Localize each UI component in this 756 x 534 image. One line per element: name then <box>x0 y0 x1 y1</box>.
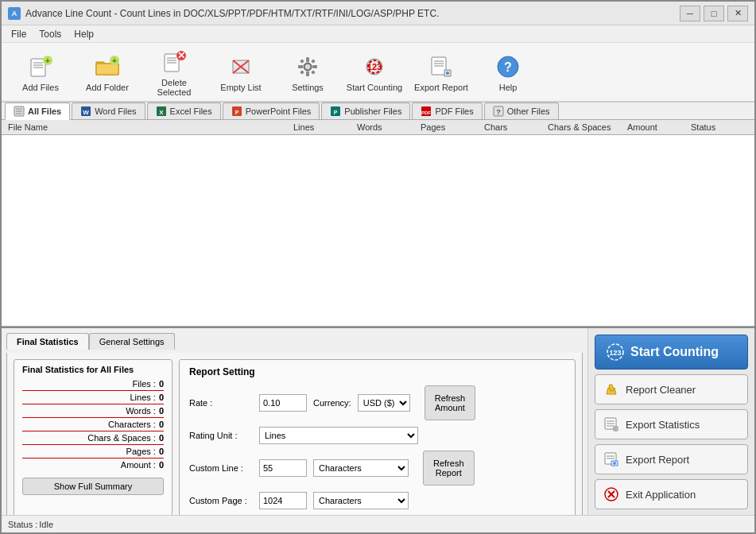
col-pages: Pages <box>417 122 481 132</box>
col-filename: File Name <box>5 122 290 132</box>
minimize-button[interactable]: ─ <box>680 6 700 21</box>
stat-words-value: 0 <box>159 406 164 416</box>
refresh-report-button[interactable]: RefreshReport <box>423 451 475 486</box>
bottom-container: Final Statistics General Settings Final … <box>2 327 754 515</box>
exit-application-icon <box>603 486 619 502</box>
settings-button[interactable]: Settings <box>275 46 340 98</box>
start-counting-button[interactable]: 123 Start Counting <box>342 46 407 98</box>
settings-icon <box>293 52 322 81</box>
export-report-button[interactable]: Export Report <box>409 46 474 98</box>
custom-page-unit-select[interactable]: Characters Words <box>313 492 409 509</box>
bottom-tab-general-settings-label: General Settings <box>99 337 165 346</box>
report-cleaner-button[interactable]: Report Cleaner <box>595 374 748 404</box>
custom-page-row: Custom Page : Characters Words <box>189 492 565 509</box>
report-cleaner-icon <box>603 381 619 397</box>
window-controls: ─ □ ✕ <box>680 6 748 21</box>
start-counting-main-label: Start Counting <box>630 345 719 359</box>
title-bar: A Advance Line Count - Count Lines in DO… <box>2 2 754 25</box>
stat-chars-spaces-value: 0 <box>159 433 164 443</box>
svg-rect-21 <box>298 65 303 68</box>
svg-text:PDF: PDF <box>421 110 431 115</box>
svg-text:A: A <box>12 10 17 17</box>
maximize-button[interactable]: □ <box>704 6 724 21</box>
close-button[interactable]: ✕ <box>727 6 748 21</box>
start-counting-icon: 123 <box>360 52 389 81</box>
start-counting-main-button[interactable]: 123 Start Counting <box>595 335 748 370</box>
tab-pdf-files[interactable]: PDF PDF Files <box>412 103 482 119</box>
tab-other-files[interactable]: ? Other Files <box>484 103 559 119</box>
help-icon: ? <box>494 52 522 81</box>
exit-application-label: Exit Application <box>626 489 696 501</box>
stat-pages-label: Pages : <box>126 447 156 456</box>
add-files-button[interactable]: + Add Files <box>8 46 73 98</box>
start-counting-label: Start Counting <box>347 83 402 92</box>
menu-bar: File Tools Help <box>2 25 754 43</box>
bottom-tab-final-stats[interactable]: Final Statistics <box>6 333 89 350</box>
col-amount: Amount <box>624 122 688 132</box>
stat-words-row: Words : 0 <box>22 406 164 416</box>
rating-unit-row: Rating Unit : Lines Words Characters Pag… <box>189 427 565 444</box>
svg-rect-20 <box>306 72 309 76</box>
exit-application-button[interactable]: Exit Application <box>595 479 748 509</box>
add-folder-icon: + <box>93 52 122 81</box>
export-report-main-button[interactable]: Export Report <box>595 444 748 474</box>
start-counting-main-icon: 123 <box>607 343 624 361</box>
status-label: Status : <box>8 520 37 529</box>
show-full-summary-button[interactable]: Show Full Summary <box>22 478 164 495</box>
tab-excel-files[interactable]: X Excel Files <box>147 103 221 119</box>
currency-select[interactable]: USD ($) EUR (€) GBP (£) <box>358 394 410 412</box>
menu-file[interactable]: File <box>5 27 33 41</box>
currency-label: Currency: <box>313 398 351 408</box>
report-cleaner-label: Report Cleaner <box>626 384 696 396</box>
rating-unit-select[interactable]: Lines Words Characters Pages <box>259 427 418 444</box>
file-list-body[interactable] <box>2 135 754 326</box>
export-report-label: Export Report <box>414 83 468 92</box>
empty-list-button[interactable]: Empty List <box>208 46 273 98</box>
menu-tools[interactable]: Tools <box>33 27 68 41</box>
tab-excel-files-label: Excel Files <box>170 106 212 116</box>
stat-lines-row: Lines : 0 <box>22 393 164 402</box>
tab-publisher-files[interactable]: P Publisher Files <box>321 103 410 119</box>
file-list-header: File Name Lines Words Pages Chars Chars … <box>2 120 754 135</box>
svg-text:+: + <box>45 56 50 65</box>
status-bar: Status : Idle <box>2 515 754 532</box>
custom-line-unit-select[interactable]: Characters Words <box>313 459 409 477</box>
svg-text:P: P <box>334 110 338 115</box>
stat-lines-label: Lines : <box>130 393 155 402</box>
export-statistics-button[interactable]: Export Statistics <box>595 409 748 439</box>
stat-files-row: Files : 0 <box>22 379 164 389</box>
bottom-tab-general-settings[interactable]: General Settings <box>89 333 175 350</box>
report-settings-group: Report Setting Rate : Currency: USD ($) … <box>179 359 576 515</box>
col-status: Status <box>688 122 751 132</box>
custom-page-input[interactable] <box>259 492 307 509</box>
stats-group: Final Statistics for All Files Files : 0… <box>14 359 173 515</box>
content-area: All Files W Word Files X Excel Files <box>2 103 754 515</box>
add-folder-button[interactable]: + Add Folder <box>75 46 140 98</box>
empty-list-icon <box>227 52 255 81</box>
toolbar: + Add Files + Add Folder <box>2 43 754 103</box>
stat-files-label: Files : <box>133 379 156 389</box>
svg-rect-25 <box>300 70 304 75</box>
file-list-container: File Name Lines Words Pages Chars Chars … <box>2 120 754 327</box>
svg-text:X: X <box>159 109 164 116</box>
svg-text:P: P <box>235 110 238 115</box>
tab-word-files[interactable]: W Word Files <box>72 103 145 119</box>
svg-text:?: ? <box>496 108 501 116</box>
tab-powerpoint-files[interactable]: P PowerPoint Files <box>223 103 320 119</box>
help-button[interactable]: ? Help <box>475 46 541 98</box>
refresh-amount-button[interactable]: RefreshAmount <box>425 385 476 420</box>
settings-label: Settings <box>292 83 324 92</box>
custom-line-input[interactable] <box>259 459 307 477</box>
other-tab-icon: ? <box>493 106 504 117</box>
stat-chars-spaces-row: Chars & Spaces : 0 <box>22 433 164 443</box>
svg-text:+: + <box>112 56 117 65</box>
export-report-icon <box>427 52 456 81</box>
rate-input[interactable] <box>259 394 307 412</box>
tab-all-files[interactable]: All Files <box>5 103 70 120</box>
menu-help[interactable]: Help <box>68 27 100 41</box>
stat-words-label: Words : <box>126 406 156 416</box>
status-value: Idle <box>39 520 53 529</box>
tab-all-files-label: All Files <box>28 106 61 116</box>
delete-selected-button[interactable]: ✕ Delete Selected <box>142 46 207 98</box>
stat-amount-row: Amount : 0 <box>22 460 164 470</box>
